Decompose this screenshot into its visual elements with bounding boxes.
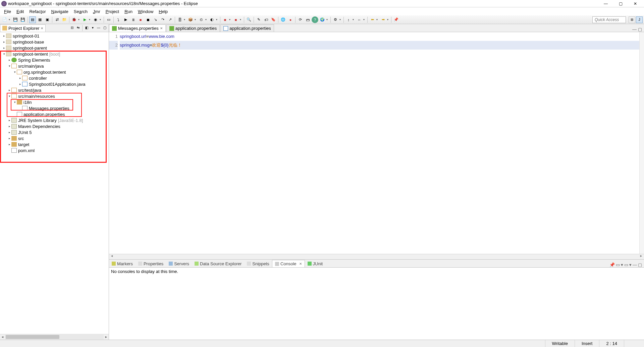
menu-project[interactable]: Project: [103, 8, 122, 15]
link-editor-button[interactable]: ⇆: [75, 25, 81, 30]
menu-refactor[interactable]: Refactor: [26, 8, 48, 15]
save-button[interactable]: 💾: [12, 16, 19, 23]
pause-button[interactable]: ⏸: [130, 16, 137, 23]
open-perspective-button[interactable]: ⊞: [629, 16, 635, 23]
minimize-panel-button[interactable]: —: [633, 262, 637, 267]
run-button[interactable]: ▶: [82, 16, 88, 23]
tag-button[interactable]: 🏷: [263, 16, 269, 23]
java-ee-perspective-button[interactable]: J: [636, 16, 643, 23]
nav2-dropdown[interactable]: ▾: [363, 18, 366, 21]
text-editor[interactable]: 1 2 springboot.url=www.bie.com springboo…: [109, 32, 644, 254]
close-button[interactable]: ✕: [628, 0, 643, 7]
tree-row[interactable]: Maven Dependencies: [0, 123, 109, 129]
minimize-editor-button[interactable]: —: [632, 27, 637, 32]
color-button[interactable]: ●: [287, 16, 294, 23]
menu-run[interactable]: Run: [122, 8, 135, 15]
maximize-button[interactable]: ▢: [613, 0, 628, 7]
step-return-button[interactable]: ↗: [167, 16, 173, 23]
bookmark-button[interactable]: 🔖: [270, 16, 277, 23]
menu-jmr[interactable]: Jmr: [90, 8, 103, 15]
build-button[interactable]: ▦: [37, 16, 43, 23]
menu-search[interactable]: Search: [71, 8, 90, 15]
back-dropdown[interactable]: ▾: [376, 18, 379, 21]
close-icon[interactable]: ✕: [41, 26, 43, 30]
debug-dropdown[interactable]: ▾: [78, 18, 81, 21]
open-console-button[interactable]: ▭: [624, 262, 628, 267]
tab-junit[interactable]: JUnit: [305, 260, 326, 267]
tree-row[interactable]: org.springboot.tentent: [0, 69, 109, 75]
menu-navigate[interactable]: Navigate: [49, 8, 71, 15]
minimize-view-button[interactable]: —: [96, 25, 101, 30]
tab-servers[interactable]: Servers: [166, 260, 192, 267]
overview-ruler[interactable]: [639, 32, 644, 254]
nav-button[interactable]: ↕: [345, 16, 352, 23]
coverage-dropdown[interactable]: ▾: [100, 18, 102, 21]
editor-tab-appprops2[interactable]: application.properties: [220, 24, 274, 32]
collapse-all-button[interactable]: ⊟: [69, 25, 75, 30]
tree-row[interactable]: src: [0, 135, 109, 141]
menu-help[interactable]: Help: [156, 8, 170, 15]
project-explorer-tab[interactable]: Project Explorer ✕: [0, 24, 46, 32]
editor-tab-messages[interactable]: Messages.properties ✕: [109, 24, 166, 32]
focus-button[interactable]: ◧: [84, 25, 89, 30]
resume-button[interactable]: ▶: [122, 16, 129, 23]
menu-file[interactable]: File: [1, 8, 14, 15]
help-button[interactable]: ?: [312, 16, 318, 23]
quick-access-input[interactable]: [592, 16, 626, 23]
globe-button[interactable]: 🌍: [319, 16, 326, 23]
tree-row[interactable]: Spring Elements: [0, 57, 109, 63]
disconnect-button[interactable]: ⏹: [145, 16, 151, 23]
filter-button[interactable]: ⚙: [332, 16, 339, 23]
code-content[interactable]: springboot.url=www.bie.com springboot.ms…: [120, 32, 639, 254]
tab-properties[interactable]: Properties: [136, 260, 166, 267]
terminal-button[interactable]: ▭: [105, 16, 112, 23]
relaunch-dropdown[interactable]: ▾: [229, 18, 232, 21]
editor-hscrollbar[interactable]: [109, 254, 644, 259]
stop-button[interactable]: ■: [137, 16, 144, 23]
tree-row[interactable]: application.properties: [0, 111, 109, 117]
db-button[interactable]: 🗃: [304, 16, 311, 23]
tree-row[interactable]: pom.xml: [0, 147, 109, 153]
jmr-button[interactable]: ▣: [44, 16, 51, 23]
tree-row[interactable]: src/test/java: [0, 87, 109, 93]
forward-dropdown[interactable]: ▾: [387, 18, 390, 21]
switch-button[interactable]: ⇄: [54, 16, 60, 23]
relaunch2-button[interactable]: ■: [232, 16, 239, 23]
close-icon[interactable]: ✕: [160, 26, 163, 30]
filter-dropdown[interactable]: ▾: [339, 18, 342, 21]
maximize-view-button[interactable]: ▢: [102, 25, 107, 30]
run-dropdown[interactable]: ▾: [89, 18, 92, 21]
open-button[interactable]: 📁: [61, 16, 68, 23]
editor-tab-appprops1[interactable]: application.properties: [166, 24, 220, 32]
tree-row[interactable]: controller: [0, 75, 109, 81]
debug-button[interactable]: 🐞: [71, 16, 77, 23]
annotate-button[interactable]: ✎: [255, 16, 262, 23]
forward-button[interactable]: ➡: [380, 16, 386, 23]
step-into-button[interactable]: ↘: [152, 16, 159, 23]
minimize-button[interactable]: —: [598, 0, 613, 7]
tree-row[interactable]: springboot-01: [0, 33, 109, 39]
tree-row[interactable]: JRE System Library[JavaSE-1.8]: [0, 117, 109, 123]
new-button[interactable]: 📄: [1, 16, 8, 23]
coverage-button[interactable]: ◉: [92, 16, 99, 23]
step-over-button[interactable]: ↷: [159, 16, 166, 23]
tab-markers[interactable]: Markers: [109, 260, 136, 267]
tab-snippets[interactable]: Snippets: [244, 260, 272, 267]
skip-button[interactable]: ⤵: [115, 16, 122, 23]
tree-row[interactable]: target: [0, 141, 109, 147]
relaunch2-dropdown[interactable]: ▾: [240, 18, 243, 21]
tree-row[interactable]: src/main/java: [0, 63, 109, 69]
tree-row[interactable]: springboot-tentent[boot]: [0, 51, 109, 57]
new-task-button[interactable]: ◐: [209, 16, 215, 23]
pin-console-button[interactable]: 📌: [609, 262, 615, 267]
tab-console[interactable]: Console✕: [272, 260, 305, 267]
tree-row[interactable]: src/main/resources: [0, 93, 109, 99]
tree-row[interactable]: JUnit 5: [0, 129, 109, 135]
save-all-button[interactable]: 💾: [19, 16, 26, 23]
new-dropdown[interactable]: ▾: [9, 18, 11, 21]
relaunch-button[interactable]: ■: [222, 16, 228, 23]
menu-edit[interactable]: Edit: [14, 8, 26, 15]
close-icon[interactable]: ✕: [299, 262, 302, 266]
project-tree[interactable]: springboot-01 springboot-base springboot…: [0, 32, 109, 334]
tree-row[interactable]: Springboot01Application.java: [0, 81, 109, 87]
